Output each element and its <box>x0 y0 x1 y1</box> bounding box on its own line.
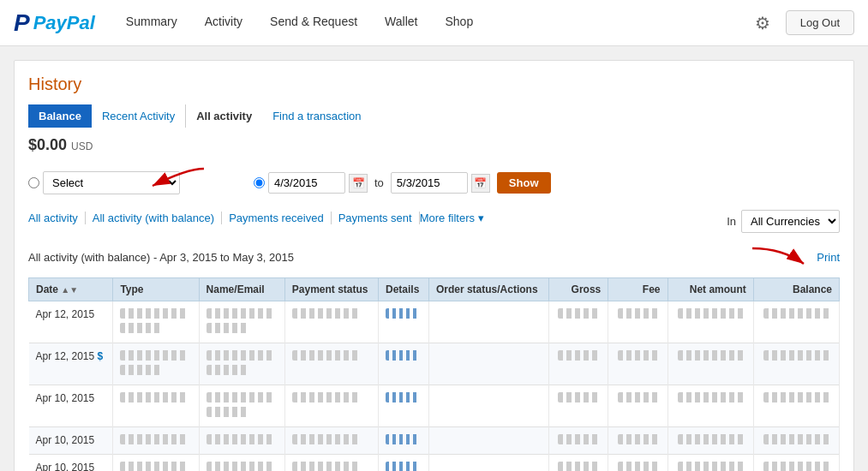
row5-order[interactable] <box>428 455 548 472</box>
row5-status <box>284 455 378 472</box>
row1-type <box>113 301 199 343</box>
row2-status-text <box>292 350 361 361</box>
nav-send-request[interactable]: Send & Request <box>256 0 371 46</box>
row3-gross <box>549 385 608 427</box>
row1-status <box>284 301 378 343</box>
act-payments-sent[interactable]: Payments sent <box>332 212 420 224</box>
row4-status-text <box>292 434 361 444</box>
more-filters-link[interactable]: More filters ▾ <box>420 212 484 224</box>
arrow-annotation-print <box>748 240 817 274</box>
radio-date-group: 📅 <box>254 172 368 194</box>
row1-type-sub <box>120 323 163 333</box>
settings-button[interactable]: ⚙ <box>748 9 777 37</box>
row1-net <box>667 301 753 343</box>
print-link[interactable]: Print <box>817 251 840 264</box>
row4-details[interactable] <box>379 427 429 455</box>
currency-select[interactable]: All Currencies USD EUR GBP <box>741 210 840 233</box>
act-all-activity[interactable]: All activity <box>28 212 86 224</box>
row5-net-val <box>678 462 746 471</box>
row3-details-link[interactable] <box>386 392 420 402</box>
row4-details-link[interactable] <box>386 434 420 444</box>
row2-fee <box>608 343 667 385</box>
row1-balance <box>753 301 839 343</box>
date-to-input[interactable] <box>391 172 468 194</box>
row1-order[interactable] <box>428 301 548 343</box>
nav-activity[interactable]: Activity <box>191 0 256 46</box>
row1-name <box>199 301 284 343</box>
radio-select-group: Select <box>28 171 180 194</box>
logout-button[interactable]: Log Out <box>786 10 854 35</box>
col-type: Type <box>113 278 199 301</box>
radio-select[interactable] <box>28 177 39 188</box>
nav-wallet[interactable]: Wallet <box>371 0 431 46</box>
calendar-to-icon[interactable]: 📅 <box>471 174 490 193</box>
table-row: Apr 12, 2015 <box>29 301 840 343</box>
row3-balance-val <box>763 392 832 402</box>
row2-details-link[interactable] <box>386 350 420 361</box>
row2-net-val <box>678 350 746 361</box>
show-button[interactable]: Show <box>497 172 551 194</box>
row4-name <box>199 427 284 455</box>
nav-summary[interactable]: Summary <box>112 0 191 46</box>
top-navigation: P PayPal Summary Activity Send & Request… <box>0 0 868 46</box>
row2-status <box>284 343 378 385</box>
row5-details[interactable] <box>379 455 429 472</box>
row5-date: Apr 10, 2015 <box>29 455 113 472</box>
row3-name <box>199 385 284 427</box>
filter-select-dropdown[interactable]: Select <box>43 171 180 194</box>
row1-status-text <box>292 308 361 319</box>
row4-order[interactable] <box>428 427 548 455</box>
logo-p-icon: P <box>14 9 30 37</box>
tab-all-activity[interactable]: All activity <box>186 104 262 128</box>
row2-type-text <box>120 350 189 361</box>
row2-dollar: $ <box>98 350 104 362</box>
row5-details-link[interactable] <box>386 462 420 471</box>
filter-row-wrapper: Select <box>28 164 840 201</box>
tab-find-transaction[interactable]: Find a transaction <box>262 104 371 128</box>
radio-date[interactable] <box>254 177 265 188</box>
act-payments-received[interactable]: Payments received <box>222 212 332 224</box>
balance-display: $0.00 USD <box>28 136 840 154</box>
filter-row: Select <box>28 164 840 201</box>
row2-name-sub <box>207 365 249 375</box>
date-to-group: 📅 <box>391 172 490 194</box>
activity-table: Date ▲▼ Type Name/Email Payment status D… <box>28 277 840 471</box>
row4-net-val <box>678 434 746 444</box>
row2-gross <box>549 343 608 385</box>
table-row: Apr 10, 2015 <box>29 427 840 455</box>
table-row: Apr 12, 2015 $ <box>29 343 840 385</box>
row4-gross <box>549 427 608 455</box>
row1-type-text <box>120 308 189 319</box>
row2-details[interactable] <box>379 343 429 385</box>
col-balance: Balance <box>753 278 839 301</box>
row3-gross-val <box>558 392 601 402</box>
row2-order[interactable] <box>428 343 548 385</box>
row1-fee <box>608 301 667 343</box>
col-payment-status: Payment status <box>284 278 378 301</box>
table-description: All activity (with balance) - Apr 3, 201… <box>28 251 294 264</box>
row5-type-text <box>120 462 189 471</box>
nav-actions: ⚙ Log Out <box>748 9 854 37</box>
row2-date: Apr 12, 2015 $ <box>29 343 113 385</box>
row3-details[interactable] <box>379 385 429 427</box>
date-from-input[interactable] <box>268 172 345 194</box>
row3-name-text <box>207 392 275 402</box>
row1-fee-val <box>618 308 661 319</box>
balance-amount: $0.00 <box>28 136 67 153</box>
nav-shop[interactable]: Shop <box>431 0 487 46</box>
row1-details-link[interactable] <box>386 308 420 319</box>
row1-net-val <box>678 308 746 319</box>
row2-balance-val <box>763 350 832 361</box>
act-all-with-balance[interactable]: All activity (with balance) <box>86 212 222 224</box>
row2-fee-val <box>618 350 661 361</box>
logo-text: PayPal <box>33 12 95 34</box>
sort-icon[interactable]: ▲▼ <box>61 285 78 295</box>
tab-balance[interactable]: Balance <box>28 104 92 128</box>
row3-order[interactable] <box>428 385 548 427</box>
calendar-from-icon[interactable]: 📅 <box>349 174 368 193</box>
tab-recent-activity[interactable]: Recent Activity <box>92 104 186 128</box>
row1-details[interactable] <box>379 301 429 343</box>
row3-type-text <box>120 392 189 402</box>
row2-type-sub <box>120 365 163 375</box>
tabs-row: Balance Recent Activity All activity Fin… <box>28 104 840 128</box>
